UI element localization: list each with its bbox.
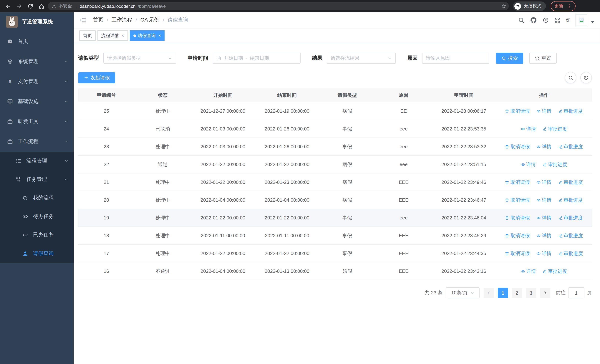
- detail-link[interactable]: 详情: [536, 179, 552, 186]
- pencil-icon: [558, 198, 562, 202]
- cell-status: 处理中: [134, 173, 191, 191]
- browser-reload-icon[interactable]: [26, 1, 35, 11]
- sidebar-item-payment[interactable]: ¥ 支付管理: [0, 72, 74, 92]
- cancel-leave-link[interactable]: 取消请假: [505, 108, 530, 114]
- page-button-3[interactable]: 3: [526, 288, 536, 298]
- cancel-leave-link[interactable]: 取消请假: [505, 143, 530, 150]
- browser-home-icon[interactable]: [37, 1, 46, 11]
- approval-progress-link[interactable]: 审批进度: [542, 161, 567, 168]
- list-tree-icon: [16, 158, 21, 164]
- browser-menu-dots-icon[interactable]: [567, 3, 572, 9]
- sidebar-item-home[interactable]: 首页: [0, 31, 74, 52]
- cell-status: 不通过: [134, 262, 191, 280]
- sidebar-item-leave-query[interactable]: 请假查询: [0, 244, 74, 263]
- help-icon[interactable]: [542, 17, 549, 23]
- plus-icon: [84, 75, 89, 80]
- reason-input[interactable]: 请输入原因: [422, 53, 489, 64]
- detail-link[interactable]: 详情: [521, 161, 536, 168]
- cancel-leave-link[interactable]: 取消请假: [505, 197, 530, 203]
- tab-leave-query[interactable]: 请假查询 ×: [130, 30, 165, 41]
- address-bar[interactable]: 不安全 dashboard.yudao.iocoder.cn/bpm/oa/le…: [48, 2, 509, 10]
- detail-link[interactable]: 详情: [536, 250, 552, 257]
- collapse-sidebar-icon[interactable]: [79, 16, 87, 24]
- leave-type-select[interactable]: 请选择请假类型: [103, 53, 176, 64]
- sidebar-item-process-mgmt[interactable]: 流程管理: [0, 152, 74, 170]
- page-button-1[interactable]: 1: [498, 288, 508, 298]
- sidebar-item-done-tasks[interactable]: 已办任务: [0, 226, 74, 244]
- approval-progress-link[interactable]: 审批进度: [558, 143, 583, 150]
- table-row: 22 通过 2022-01-22 00:00:00 2022-01-22 00:…: [78, 156, 592, 173]
- cell-reason: eee: [375, 138, 432, 156]
- page-size-select[interactable]: 10条/页: [446, 287, 479, 299]
- breadcrumb-home[interactable]: 首页: [93, 17, 103, 23]
- approval-progress-link[interactable]: 审批进度: [558, 108, 583, 114]
- browser-update-button[interactable]: 更新: [551, 1, 576, 11]
- avatar[interactable]: [576, 14, 587, 26]
- search-button[interactable]: 搜索: [496, 53, 523, 64]
- table-row: 20 处理中 2022-01-04 00:00:00 2022-01-04 00…: [78, 191, 592, 209]
- sidebar-item-my-process[interactable]: 我的流程: [0, 189, 74, 207]
- cancel-leave-link[interactable]: 取消请假: [505, 179, 530, 186]
- column-header: 状态: [134, 88, 191, 102]
- approval-progress-link[interactable]: 审批进度: [558, 250, 583, 257]
- page-button-2[interactable]: 2: [512, 288, 522, 298]
- reset-button[interactable]: 重置: [529, 53, 557, 64]
- chevron-down-icon: [64, 59, 69, 64]
- cancel-leave-link[interactable]: 取消请假: [505, 250, 530, 257]
- apply-time-range-picker[interactable]: 开始日期 - 结束日期: [213, 53, 300, 64]
- tab-process-detail[interactable]: 流程详情 ×: [97, 30, 128, 41]
- sidebar-item-infrastructure[interactable]: 基础设施: [0, 92, 74, 112]
- cell-apply-id: 19: [78, 209, 134, 227]
- bookmark-star-icon[interactable]: [501, 3, 506, 9]
- table-row: 16 不通过 2022-01-04 00:00:00 2022-01-13 00…: [78, 262, 592, 280]
- approval-progress-link[interactable]: 审批进度: [542, 125, 567, 132]
- create-leave-button[interactable]: 发起请假: [78, 72, 115, 83]
- approval-progress-link[interactable]: 审批进度: [558, 232, 583, 239]
- cancel-leave-link[interactable]: 取消请假: [505, 215, 530, 221]
- column-header: 操作: [496, 88, 592, 102]
- approval-progress-link[interactable]: 审批进度: [558, 197, 583, 203]
- prev-page-button[interactable]: [484, 288, 494, 298]
- cell-apply-id: 20: [78, 191, 134, 209]
- tab-home[interactable]: 首页: [79, 30, 96, 41]
- github-icon[interactable]: [530, 17, 537, 24]
- browser-forward-icon[interactable]: [14, 1, 24, 11]
- search-icon[interactable]: [518, 17, 524, 23]
- sidebar-item-todo-tasks[interactable]: 待办任务: [0, 207, 74, 226]
- cell-start-time: 2022-01-04 00:00:00: [191, 191, 255, 209]
- cell-reason: eee: [375, 156, 432, 173]
- close-icon[interactable]: ×: [122, 33, 124, 38]
- browser-back-icon[interactable]: [3, 1, 13, 11]
- approval-progress-link[interactable]: 审批进度: [558, 179, 583, 186]
- sidebar-item-task-mgmt[interactable]: 任务管理: [0, 170, 74, 189]
- font-size-icon[interactable]: tT: [566, 17, 570, 23]
- next-page-button[interactable]: [540, 288, 550, 298]
- result-select[interactable]: 请选择流结果: [327, 53, 396, 64]
- yen-icon: ¥: [7, 79, 13, 84]
- approval-progress-link[interactable]: 审批进度: [542, 268, 567, 274]
- detail-link[interactable]: 详情: [536, 143, 552, 150]
- sidebar-item-system[interactable]: 系统管理: [0, 52, 74, 72]
- toggle-search-button[interactable]: [565, 72, 576, 84]
- cell-apply-time: 2022-01-22 23:43:16: [432, 262, 496, 280]
- pencil-icon: [558, 180, 562, 184]
- detail-link[interactable]: 详情: [521, 268, 536, 274]
- close-icon[interactable]: ×: [158, 33, 161, 38]
- fullscreen-icon[interactable]: [554, 17, 561, 23]
- detail-link[interactable]: 详情: [521, 125, 536, 132]
- cancel-leave-link[interactable]: 取消请假: [505, 232, 530, 239]
- breadcrumb-oa-example[interactable]: OA 示例: [141, 17, 159, 23]
- detail-link[interactable]: 详情: [536, 215, 552, 221]
- sidebar-item-workflow[interactable]: 工作流程: [0, 131, 74, 152]
- detail-link[interactable]: 详情: [536, 232, 552, 239]
- detail-link[interactable]: 详情: [536, 108, 552, 114]
- breadcrumb-workflow[interactable]: 工作流程: [112, 17, 132, 23]
- cell-actions: 取消请假 详情 审批进度: [496, 209, 592, 227]
- sidebar-item-devtools[interactable]: 研发工具: [0, 112, 74, 131]
- avatar-caret-down-icon[interactable]: [591, 21, 594, 23]
- eye-open-icon: [22, 214, 28, 219]
- approval-progress-link[interactable]: 审批进度: [558, 215, 583, 221]
- detail-link[interactable]: 详情: [536, 197, 552, 203]
- refresh-table-button[interactable]: [580, 72, 592, 84]
- goto-page-input[interactable]: 1: [568, 287, 584, 299]
